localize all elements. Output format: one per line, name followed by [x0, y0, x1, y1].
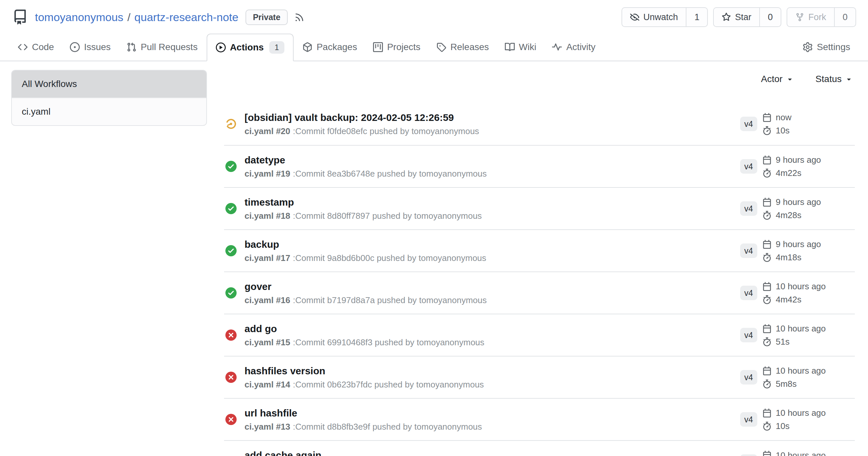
run-time: 10 hours ago — [776, 408, 826, 418]
stopwatch-icon — [763, 337, 771, 346]
stopwatch-icon — [763, 422, 771, 431]
book-icon — [505, 42, 515, 52]
actor-filter-dropdown[interactable]: Actor — [761, 74, 794, 84]
sidebar-item-all-workflows[interactable]: All Workflows — [12, 70, 206, 98]
stars-count[interactable]: 0 — [759, 8, 781, 26]
tab-packages[interactable]: Packages — [296, 34, 364, 61]
unwatch-button[interactable]: Unwatch — [622, 8, 686, 26]
workflow-run-row: hashfiles version ci.yaml #14:Commit 0b6… — [224, 356, 855, 398]
run-title-link[interactable]: timestamp — [245, 197, 740, 208]
workflow-run-row: [obsidian] vault backup: 2024-02-05 12:2… — [224, 103, 855, 145]
run-subtitle: ci.yaml #19:Commit 8ea3b6748e pushed by … — [245, 169, 740, 178]
run-title-link[interactable]: [obsidian] vault backup: 2024-02-05 12:2… — [245, 112, 740, 123]
run-ref: ci.yaml #18 — [245, 211, 290, 221]
branch-badge[interactable]: v4 — [740, 328, 757, 342]
workflow-run-row: datetype ci.yaml #19:Commit 8ea3b6748e p… — [224, 145, 855, 187]
run-subtitle: ci.yaml #20:Commit f0fde08efc pushed by … — [245, 126, 740, 136]
run-title-link[interactable]: url hashfile — [245, 408, 740, 419]
tab-activity[interactable]: Activity — [545, 34, 602, 61]
run-time: 10 hours ago — [776, 282, 826, 291]
run-title-link[interactable]: add go — [245, 323, 740, 334]
fork-button[interactable]: Fork — [787, 8, 834, 26]
branch-badge[interactable]: v4 — [740, 370, 757, 385]
run-time-line: now — [763, 113, 855, 122]
project-icon — [373, 42, 383, 52]
workflow-sidebar: All Workflows ci.yaml — [11, 70, 207, 126]
breadcrumb: tomoyanonymous / quartz-research-note — [35, 11, 238, 24]
tab-settings[interactable]: Settings — [796, 34, 857, 61]
repo-owner-link[interactable]: tomoyanonymous — [35, 11, 123, 24]
tab-wiki[interactable]: Wiki — [498, 34, 544, 61]
tab-code[interactable]: Code — [11, 34, 61, 61]
stopwatch-icon — [763, 169, 771, 177]
status-icon-failure — [225, 372, 237, 383]
branch-badge[interactable]: v4 — [740, 286, 757, 300]
forks-count[interactable]: 0 — [834, 8, 856, 26]
run-main: gover ci.yaml #16:Commit b7197d8a7a push… — [245, 281, 740, 305]
branch-badge[interactable]: v4 — [740, 201, 757, 216]
run-main: add cache again — [245, 450, 740, 456]
run-duration-line: 4m18s — [763, 253, 855, 262]
run-time-line: 10 hours ago — [763, 324, 855, 333]
run-subtitle: ci.yaml #17:Commit 9a8bd6b00c pushed by … — [245, 253, 740, 263]
sidebar-item-ci-yaml[interactable]: ci.yaml — [12, 98, 206, 125]
run-duration-line: 10s — [763, 421, 855, 431]
star-button-group: Star 0 — [713, 7, 781, 27]
repo-slash: / — [127, 11, 130, 24]
run-main: hashfiles version ci.yaml #14:Commit 0b6… — [245, 365, 740, 389]
run-time-line: 9 hours ago — [763, 239, 855, 249]
branch-badge[interactable]: v4 — [740, 454, 757, 456]
status-filter-dropdown[interactable]: Status — [816, 74, 853, 84]
watchers-count[interactable]: 1 — [686, 8, 707, 26]
rss-icon[interactable] — [294, 12, 305, 23]
run-duration: 51s — [776, 337, 789, 346]
run-duration: 4m18s — [776, 253, 801, 262]
calendar-icon — [763, 282, 771, 291]
chevron-down-icon — [845, 75, 853, 83]
run-meta: 10 hours ago 10s — [763, 408, 855, 431]
tab-code-label: Code — [32, 42, 54, 53]
calendar-icon — [763, 113, 771, 122]
star-button[interactable]: Star — [714, 8, 759, 26]
play-icon — [216, 42, 226, 53]
run-time: 9 hours ago — [776, 155, 821, 164]
workflow-run-list: [obsidian] vault backup: 2024-02-05 12:2… — [224, 103, 855, 456]
branch-badge[interactable]: v4 — [740, 159, 757, 174]
tabs-spacer — [603, 34, 795, 61]
tab-releases[interactable]: Releases — [429, 34, 496, 61]
run-title-link[interactable]: gover — [245, 281, 740, 292]
status-icon-success — [225, 245, 237, 256]
status-filter-label: Status — [816, 74, 842, 84]
actor-filter-label: Actor — [761, 74, 782, 84]
tab-activity-label: Activity — [566, 42, 595, 53]
tab-projects[interactable]: Projects — [366, 34, 427, 61]
run-meta: 9 hours ago 4m18s — [763, 239, 855, 262]
calendar-icon — [763, 324, 771, 333]
run-ref: ci.yaml #13 — [245, 422, 290, 432]
branch-badge[interactable]: v4 — [740, 412, 757, 427]
calendar-icon — [763, 156, 771, 164]
run-title-link[interactable]: backup — [245, 239, 740, 250]
actions-count-badge: 1 — [269, 41, 284, 54]
run-title-link[interactable]: add cache again — [245, 450, 740, 456]
status-icon-failure — [225, 414, 237, 425]
workflow-run-row: gover ci.yaml #16:Commit b7197d8a7a push… — [224, 271, 855, 314]
chevron-down-icon — [786, 75, 794, 83]
run-title-link[interactable]: hashfiles version — [245, 365, 740, 377]
repo-name-link[interactable]: quartz-research-note — [134, 11, 239, 24]
workflow-run-row: timestamp ci.yaml #18:Commit 8d80ff7897 … — [224, 187, 855, 229]
tab-projects-label: Projects — [387, 42, 421, 53]
status-icon-success — [225, 203, 237, 214]
tab-actions[interactable]: Actions 1 — [207, 34, 293, 61]
workflow-run-row: add cache again v4 10 hours ago — [224, 440, 855, 456]
run-title-link[interactable]: datetype — [245, 155, 740, 166]
tab-pull-requests[interactable]: Pull Requests — [120, 34, 205, 61]
tab-issues[interactable]: Issues — [63, 34, 118, 61]
branch-badge[interactable]: v4 — [740, 243, 757, 258]
branch-badge[interactable]: v4 — [740, 117, 757, 131]
run-filters: Actor Status — [224, 70, 855, 84]
status-icon-success — [225, 161, 237, 172]
stopwatch-icon — [763, 126, 771, 135]
run-time-line: 9 hours ago — [763, 155, 855, 164]
run-time-line: 9 hours ago — [763, 197, 855, 206]
